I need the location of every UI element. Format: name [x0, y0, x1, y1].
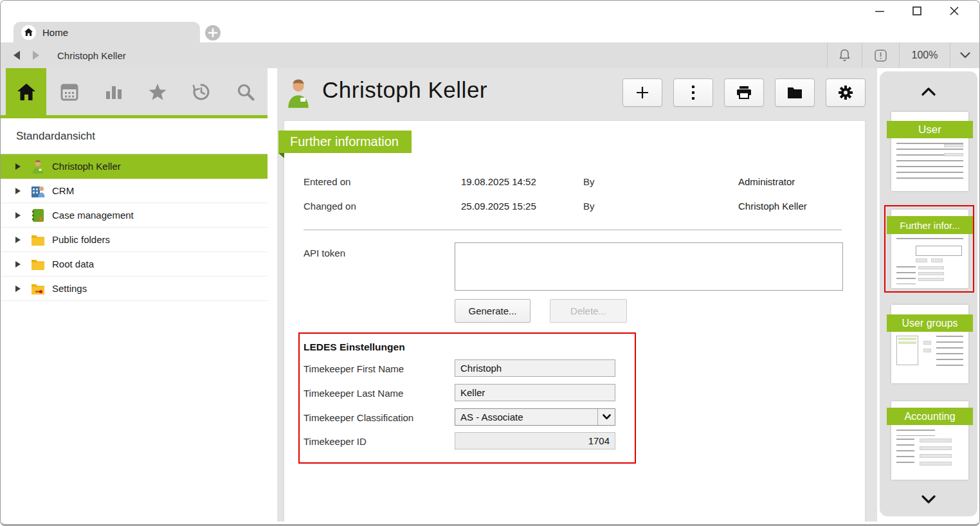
api-token-field[interactable]	[455, 242, 843, 291]
thumbnail-content	[896, 143, 963, 183]
main-region: Christoph Keller	[277, 68, 877, 521]
thumbnail-content	[896, 266, 916, 284]
tree-item-label: CRM	[52, 185, 74, 196]
thumbnail-title: Accounting	[887, 408, 973, 425]
expand-caret-icon[interactable]	[15, 187, 21, 195]
page-title: Christoph Keller	[322, 77, 487, 103]
notifications-button[interactable]	[828, 42, 862, 68]
crm-icon	[30, 183, 46, 199]
print-button[interactable]	[724, 78, 764, 107]
case-icon	[30, 208, 46, 223]
alerts-button[interactable]	[862, 42, 899, 68]
sidebar-tab-home[interactable]	[6, 68, 46, 115]
thumbnail-title: Further infor...	[887, 216, 973, 234]
home-icon	[21, 25, 36, 40]
thumbnail-title-label: Accounting	[904, 411, 955, 422]
tree-item-case-management[interactable]: Case management	[1, 203, 268, 228]
left-sidebar: Standardansicht Christoph Keller	[1, 68, 268, 521]
generate-button[interactable]: Generate...	[455, 299, 531, 323]
main-header: Christoph Keller	[277, 68, 877, 120]
tab-bar: Home	[1, 21, 979, 42]
thumbnail-content	[920, 439, 952, 442]
thumbnail-title: User groups	[887, 314, 973, 332]
timekeeper-id-label: Timekeeper ID	[304, 436, 367, 447]
thumbnail-content	[896, 430, 935, 436]
title-bar	[1, 1, 979, 21]
timekeeper-first-name-input[interactable]	[455, 359, 615, 377]
tree-item-settings[interactable]: Settings	[1, 277, 268, 301]
tab-home[interactable]: Home	[14, 22, 200, 42]
scroll-up-button[interactable]	[880, 83, 977, 100]
changed-by-label: By	[583, 201, 595, 212]
timekeeper-last-name-input[interactable]	[455, 384, 615, 401]
thumbnail-content	[896, 336, 918, 365]
breadcrumb: Christoph Keller	[57, 42, 126, 68]
close-button[interactable]	[936, 1, 973, 21]
tree-item-public-folders[interactable]: Public folders	[1, 228, 268, 252]
expand-caret-icon[interactable]	[15, 285, 21, 293]
thumbnail-content	[931, 258, 943, 262]
forward-button[interactable]	[28, 42, 44, 68]
thumbnail-title-label: User groups	[902, 318, 957, 329]
changed-on-label: Changed on	[304, 201, 356, 212]
ledes-heading: LEDES Einstellungen	[304, 341, 405, 353]
folder-icon	[30, 232, 46, 248]
tree-item-crm[interactable]: CRM	[1, 179, 268, 203]
timekeeper-last-name-label: Timekeeper Last Name	[304, 388, 403, 399]
back-button[interactable]	[8, 42, 25, 68]
expand-caret-icon[interactable]	[15, 236, 21, 244]
chevron-up-icon	[921, 87, 936, 96]
thumbnail-content	[896, 238, 963, 244]
folder-button[interactable]	[775, 78, 815, 107]
forward-icon	[32, 50, 41, 60]
more-actions-button[interactable]	[673, 78, 713, 107]
settings-button[interactable]	[826, 78, 866, 107]
maximize-icon	[911, 5, 923, 17]
thumbnail-content	[920, 462, 952, 466]
maximize-button[interactable]	[898, 1, 936, 21]
new-tab-button[interactable]	[205, 25, 221, 41]
sidebar-tab-history[interactable]	[190, 68, 213, 115]
thumbnail-content	[936, 336, 963, 367]
expand-caret-icon[interactable]	[15, 260, 21, 268]
kebab-menu-icon	[691, 85, 695, 100]
add-button[interactable]	[622, 78, 662, 107]
ribbon-fold	[278, 153, 284, 158]
sidebar-tab-search[interactable]	[234, 68, 257, 115]
expand-caret-icon[interactable]	[15, 212, 21, 219]
timekeeper-classification-select[interactable]: AS - Associate	[455, 408, 615, 426]
minimize-button[interactable]	[861, 1, 898, 21]
gear-icon	[838, 85, 853, 100]
chevron-down-icon[interactable]	[597, 409, 615, 425]
timekeeper-id-input[interactable]	[455, 432, 615, 449]
thumbnail-content	[916, 246, 962, 256]
entered-on-value: 19.08.2025 14:52	[461, 176, 536, 187]
delete-button[interactable]: Delete...	[550, 299, 627, 323]
sidebar-tab-statistics[interactable]	[102, 68, 125, 115]
expand-caret-icon[interactable]	[15, 163, 21, 170]
content-panel: Further information Entered on 19.08.202…	[284, 120, 866, 521]
settings-folder-icon	[30, 281, 46, 296]
thumbnail-content	[944, 144, 963, 147]
plus-icon	[635, 86, 649, 100]
sidebar-tab-bar	[1, 68, 268, 115]
close-icon	[948, 5, 960, 17]
sidebar-tab-calendar[interactable]	[58, 68, 81, 115]
tree-item-label: Public folders	[52, 234, 110, 245]
zoom-level: 100%	[900, 42, 950, 68]
selected-option: AS - Associate	[455, 412, 597, 422]
menu-expand-button[interactable]	[950, 42, 979, 68]
scroll-down-button[interactable]	[880, 491, 977, 507]
changed-by-value: Christoph Keller	[738, 201, 807, 212]
sidebar-tab-favorites[interactable]	[146, 68, 169, 115]
bar-chart-icon	[105, 84, 123, 100]
thumbnail-content	[920, 454, 952, 458]
page-thumbnail-panel: User Further infor...	[880, 71, 977, 516]
tree-item-label: Christoph Keller	[52, 161, 121, 172]
tree-item-root-data[interactable]: Root data	[1, 252, 268, 277]
timekeeper-first-name-label: Timekeeper First Name	[304, 363, 404, 374]
folder-icon	[787, 86, 803, 99]
entered-by-label: By	[583, 176, 595, 187]
tree-item-christoph-keller[interactable]: Christoph Keller	[1, 154, 268, 179]
tab-home-label: Home	[42, 27, 68, 38]
